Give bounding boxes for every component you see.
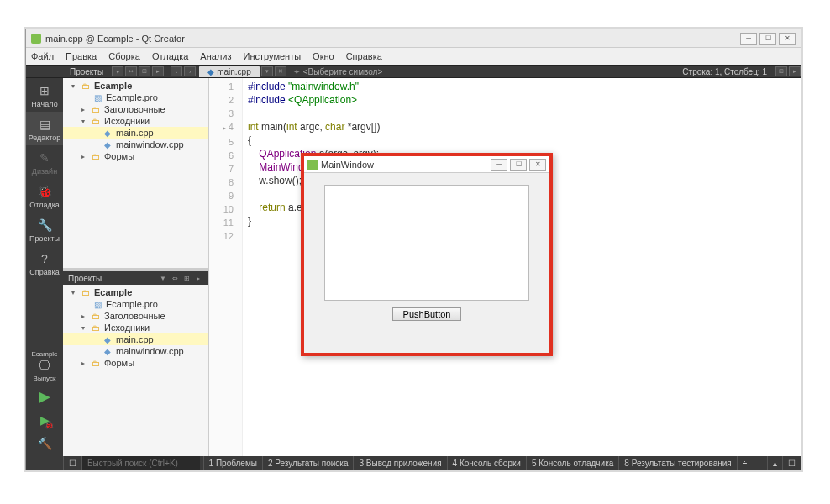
- minimize-button[interactable]: ─: [740, 33, 757, 45]
- tree-profile[interactable]: ▧Ecample.pro: [63, 92, 208, 103]
- panel2-header: Проекты ▼ ⇔ ⊞ ▸: [63, 271, 208, 285]
- project-tree-1: ▾🗀Ecample ▧Ecample.pro ▸🗀Заголовочные ▾🗀…: [63, 78, 208, 268]
- rail-help[interactable]: ?Справка: [26, 246, 63, 280]
- menu-help[interactable]: Справка: [346, 51, 382, 61]
- cpp-file-icon: ◆: [102, 334, 113, 344]
- side-panel: ▾🗀Ecample ▧Ecample.pro ▸🗀Заголовочные ▾🗀…: [63, 78, 209, 456]
- close-panel-icon[interactable]: ▸: [193, 273, 203, 283]
- cpp-file-icon: ◆: [102, 128, 113, 138]
- menu-window[interactable]: Окно: [313, 51, 334, 61]
- pencil-icon: ✎: [37, 150, 52, 165]
- split-editor-icon[interactable]: ⊞: [775, 66, 787, 76]
- popup-minimize-button[interactable]: ─: [491, 159, 507, 171]
- file-icon: ▧: [92, 92, 103, 102]
- tree-headers[interactable]: ▸🗀Заголовочные: [63, 103, 208, 115]
- popup-titlebar: MainWindow ─ ☐ ✕: [304, 156, 549, 173]
- project-tree-2: ▾🗀Ecample ▧Ecample.pro ▸🗀Заголовочные ▾🗀…: [63, 285, 208, 456]
- menu-build[interactable]: Сборка: [108, 51, 140, 61]
- filter-icon[interactable]: ▼: [112, 66, 123, 76]
- quick-search-input[interactable]: [82, 456, 200, 470]
- tree2-project[interactable]: ▾🗀Ecample: [63, 286, 208, 298]
- sb-app-output[interactable]: 3 Вывод приложения: [353, 456, 446, 470]
- collapse-icon[interactable]: ▸: [152, 66, 164, 76]
- window-title: main.cpp @ Ecample - Qt Creator: [45, 34, 185, 44]
- menubar: Файл Правка Сборка Отладка Анализ Инстру…: [26, 48, 801, 65]
- locator-toggle[interactable]: ☐: [63, 456, 81, 470]
- play-icon: ▶: [37, 389, 52, 404]
- sb-problems[interactable]: 1 Проблемы: [203, 456, 262, 470]
- tree-project[interactable]: ▾🗀Ecample: [63, 80, 208, 92]
- top-toolbar: Проекты ▼ ⇔ ⊞ ▸ ‹ › ◆ main.cpp ▾ ✕ ✦ <Вы…: [26, 65, 801, 78]
- rail-debug[interactable]: 🐞Отладка: [26, 179, 63, 213]
- filter-icon[interactable]: ▼: [158, 273, 168, 283]
- close-button[interactable]: ✕: [779, 33, 796, 45]
- cpp-file-icon: ◆: [102, 139, 113, 150]
- nav-fwd-icon[interactable]: ›: [184, 66, 196, 76]
- sb-search-results[interactable]: 2 Результаты поиска: [262, 456, 354, 470]
- menu-file[interactable]: Файл: [31, 51, 54, 61]
- symbol-selector[interactable]: <Выберите символ>: [303, 67, 383, 76]
- tree2-sources[interactable]: ▾🗀Исходники: [63, 322, 208, 333]
- rail-projects[interactable]: 🔧Проекты: [26, 213, 63, 246]
- tree-file-main[interactable]: ◆main.cpp: [63, 127, 208, 139]
- qt-logo-icon: [307, 160, 318, 170]
- folder-icon: 🗀: [90, 104, 102, 114]
- target-selector[interactable]: Ecample 🖵 Выпуск: [26, 347, 63, 386]
- tree-file-mainwindow[interactable]: ◆mainwindow.cpp: [63, 139, 208, 150]
- editor-tab[interactable]: ◆ main.cpp: [199, 66, 260, 77]
- folder-icon: 🗀: [90, 151, 102, 161]
- menu-tools[interactable]: Инструменты: [244, 51, 302, 61]
- menu-analyze[interactable]: Анализ: [200, 51, 231, 61]
- tree-forms[interactable]: ▸🗀Формы: [63, 150, 208, 162]
- tree2-profile[interactable]: ▧Ecample.pro: [63, 298, 208, 310]
- popup-maximize-button[interactable]: ☐: [510, 159, 527, 171]
- play-bug-icon: ▶🐞: [37, 412, 52, 428]
- bug-icon: 🐞: [37, 184, 52, 199]
- folder-icon: 🗀: [90, 116, 102, 126]
- rail-design[interactable]: ✎Дизайн: [26, 145, 63, 179]
- more-icon[interactable]: ▸: [789, 66, 801, 76]
- link-icon[interactable]: ⇔: [125, 66, 137, 76]
- hammer-icon: 🔨: [37, 436, 52, 451]
- running-app-window: MainWindow ─ ☐ ✕ PushButton: [301, 153, 553, 356]
- link-icon[interactable]: ⇔: [170, 273, 180, 283]
- monitor-icon: 🖵: [37, 358, 52, 373]
- nav-back-icon[interactable]: ‹: [171, 66, 182, 76]
- tab-close-icon[interactable]: ✕: [275, 66, 286, 76]
- menu-edit[interactable]: Правка: [66, 51, 97, 61]
- sb-compile-output[interactable]: 4 Консоль сборки: [447, 456, 526, 470]
- titlebar: main.cpp @ Ecample - Qt Creator ─ ☐ ✕: [26, 29, 801, 48]
- sb-dropdown-icon[interactable]: ÷: [737, 456, 753, 470]
- popup-title: MainWindow: [321, 160, 374, 170]
- popup-close-button[interactable]: ✕: [529, 159, 546, 171]
- sb-close-icon[interactable]: ☐: [782, 456, 801, 470]
- folder-icon: 🗀: [90, 323, 102, 333]
- debug-run-button[interactable]: ▶🐞: [26, 409, 63, 433]
- popup-textarea[interactable]: [324, 185, 529, 301]
- build-button[interactable]: 🔨: [26, 433, 63, 456]
- run-button[interactable]: ▶: [26, 386, 63, 409]
- split-icon[interactable]: ⊞: [139, 66, 150, 76]
- folder-icon: 🗀: [90, 311, 102, 321]
- projects-panel-label: Проекты: [63, 66, 110, 77]
- tree2-headers[interactable]: ▸🗀Заголовочные: [63, 310, 208, 322]
- help-icon: ?: [37, 251, 52, 266]
- rail-editor[interactable]: ▤Редактор: [26, 112, 63, 145]
- sb-up-icon[interactable]: ▴: [767, 456, 782, 470]
- tree2-file-mainwindow[interactable]: ◆mainwindow.cpp: [63, 345, 208, 357]
- sb-tests[interactable]: 8 Результаты тестирования: [618, 456, 736, 470]
- tree2-forms[interactable]: ▸🗀Формы: [63, 357, 208, 369]
- grid-icon: ⊞: [37, 83, 52, 98]
- maximize-button[interactable]: ☐: [759, 33, 776, 45]
- tree2-file-main[interactable]: ◆main.cpp: [63, 333, 208, 345]
- push-button[interactable]: PushButton: [392, 307, 462, 321]
- menu-debug[interactable]: Отладка: [152, 51, 188, 61]
- edit-icon: ▤: [37, 117, 52, 132]
- sb-debugger[interactable]: 5 Консоль отладчика: [526, 456, 618, 470]
- tree-sources[interactable]: ▾🗀Исходники: [63, 115, 208, 127]
- split-icon[interactable]: ⊞: [181, 273, 192, 283]
- rail-welcome[interactable]: ⊞Начало: [26, 78, 63, 112]
- folder-icon: 🗀: [80, 287, 92, 297]
- qt-logo-icon: [31, 34, 41, 44]
- tab-dropdown-icon[interactable]: ▾: [261, 66, 273, 76]
